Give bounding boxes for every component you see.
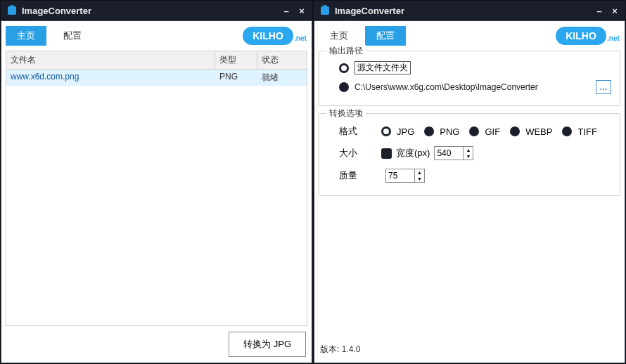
format-webp[interactable]: WEBP [510,126,552,137]
titlebar[interactable]: ImageConverter – × [314,1,625,20]
spin-up-icon[interactable]: ▲ [464,147,473,153]
titlebar[interactable]: ImageConverter – × [1,1,312,20]
radio-icon [424,126,434,136]
size-label: 大小 [339,147,381,160]
quality-spinner: ▲▼ [385,169,425,183]
spin-up-icon[interactable]: ▲ [415,169,424,176]
file-table: 文件名 类型 状态 www.x6d.com.png PNG 就绪 [6,51,307,326]
kilho-logo: KILHO.net [556,27,620,45]
tab-config[interactable]: 配置 [52,26,93,46]
custom-path-label: C:\Users\www.x6g.com\Desktop\ImageConver… [354,82,538,92]
app-icon [319,5,331,16]
window-main: ImageConverter – × 主页 配置 KILHO.net 文件名 类… [0,0,313,364]
options-group: 转换选项 格式 JPG PNG GIF WEBP TIFF 大小 宽度(px) … [319,113,620,196]
options-title: 转换选项 [326,108,366,119]
app-icon [6,5,18,16]
radio-icon [469,126,479,136]
svg-text:KILHO: KILHO [253,30,283,41]
output-path-title: 输出路径 [326,45,366,57]
table-row[interactable]: www.x6d.com.png PNG 就绪 [6,70,307,86]
spin-down-icon[interactable]: ▼ [415,176,424,182]
window-config: ImageConverter – × 主页 配置 KILHO.net 输出路径 … [313,0,626,364]
output-path-group: 输出路径 源文件文件夹 C:\Users\www.x6g.com\Desktop… [319,51,620,106]
tab-bar: 主页 配置 KILHO.net [319,25,620,46]
close-icon[interactable]: × [610,6,620,16]
format-gif[interactable]: GIF [469,126,500,137]
svg-rect-1 [11,5,13,8]
tab-main[interactable]: 主页 [6,26,46,46]
format-jpg[interactable]: JPG [381,126,414,137]
svg-rect-6 [324,5,326,8]
width-spinner: ▲▼ [434,146,473,160]
source-folder-label: 源文件文件夹 [354,61,411,74]
quality-input[interactable] [386,169,414,182]
radio-icon [510,126,520,136]
minimize-icon[interactable]: – [594,6,604,16]
browse-button[interactable]: ... [596,80,611,94]
format-tiff[interactable]: TIFF [562,126,596,137]
spin-down-icon[interactable]: ▼ [464,153,473,160]
quality-label: 质量 [339,169,381,182]
col-name[interactable]: 文件名 [6,51,215,69]
radio-icon [381,126,391,136]
convert-button[interactable]: 转换为 JPG [229,332,306,357]
svg-text:.net: .net [294,34,307,42]
col-status[interactable]: 状态 [257,51,307,69]
minimize-icon[interactable]: – [281,6,291,16]
cell-type: PNG [215,70,257,86]
tab-main[interactable]: 主页 [319,26,359,46]
version-label: 版本: 1.4.0 [319,341,620,358]
width-checkbox[interactable] [381,148,392,159]
cell-filename: www.x6d.com.png [6,70,215,86]
kilho-logo: KILHO.net [243,27,307,45]
app-title: ImageConverter [22,6,91,16]
width-label: 宽度(px) [396,147,430,160]
cell-status: 就绪 [257,70,307,86]
svg-text:.net: .net [607,34,620,42]
format-label: 格式 [339,125,381,138]
radio-source-folder[interactable] [339,63,349,73]
tab-config[interactable]: 配置 [365,26,406,46]
width-input[interactable] [435,147,463,160]
radio-custom-path[interactable] [339,82,349,92]
tab-bar: 主页 配置 KILHO.net [6,25,307,46]
close-icon[interactable]: × [297,6,307,16]
app-title: ImageConverter [335,6,404,16]
svg-text:KILHO: KILHO [566,30,596,41]
col-type[interactable]: 类型 [215,51,257,69]
format-png[interactable]: PNG [424,126,459,137]
radio-icon [562,126,572,136]
